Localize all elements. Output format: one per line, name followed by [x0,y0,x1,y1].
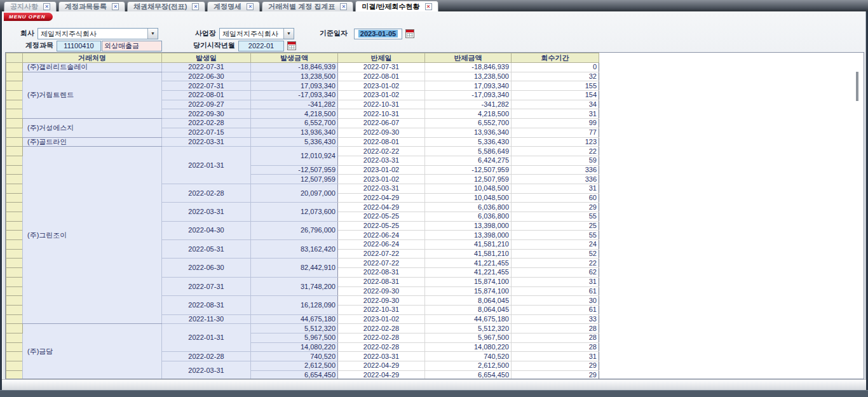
tab-close-icon[interactable]: ✕ [43,3,50,10]
occur-amount-cell[interactable]: 13,936,340 [251,128,338,137]
tab-close-icon[interactable]: ✕ [425,3,432,10]
collection-days-cell[interactable]: 55 [512,212,599,222]
chevron-down-icon[interactable]: ▼ [283,29,294,39]
repay-date-cell[interactable]: 2022-06-07 [338,119,425,128]
occur-date-cell[interactable]: 2022-03-31 [162,203,251,221]
occur-date-cell[interactable]: 2022-02-28 [162,352,251,361]
occur-amount-cell[interactable]: 12,010,924 [251,147,338,165]
repay-date-cell[interactable]: 2023-01-02 [338,175,425,184]
collection-days-cell[interactable]: 336 [512,175,599,184]
row-selector-cell[interactable] [6,286,23,296]
repay-date-cell[interactable]: 2022-06-24 [338,240,425,250]
customer-name-cell[interactable]: (주)거림트렌드 [23,72,162,118]
repay-date-cell[interactable]: 2022-09-30 [338,128,425,137]
customer-name-cell[interactable]: (주)금담 [23,324,162,379]
repay-date-cell[interactable]: 2023-01-02 [338,165,425,175]
collection-days-cell[interactable]: 31 [512,109,599,119]
row-selector-cell[interactable] [6,128,23,137]
repay-date-cell[interactable]: 2022-04-29 [338,361,425,371]
occur-date-cell[interactable]: 2022-03-31 [162,361,251,380]
collection-days-cell[interactable]: 30 [512,296,599,306]
occur-date-cell[interactable]: 2022-01-31 [162,147,251,184]
repay-amount-cell[interactable]: 14,080,220 [425,342,512,352]
repay-amount-cell[interactable]: -12,507,959 [425,165,512,175]
collection-days-cell[interactable]: 25 [512,221,599,231]
tab-2[interactable]: 계정과목등록✕ [58,1,125,11]
repay-date-cell[interactable]: 2022-04-29 [338,370,425,379]
tab-close-icon[interactable]: ✕ [247,3,254,10]
row-selector-cell[interactable] [6,165,23,175]
occur-amount-cell[interactable]: 5,336,430 [251,137,338,147]
row-selector-cell[interactable] [6,240,23,250]
repay-amount-cell[interactable]: 740,520 [425,352,512,361]
collection-days-cell[interactable]: 28 [512,324,599,333]
repay-date-cell[interactable]: 2022-04-29 [338,193,425,203]
repay-amount-cell[interactable]: 8,064,045 [425,296,512,306]
customer-name-cell[interactable]: (주)거성에스지 [23,119,162,137]
occur-amount-cell[interactable]: -12,507,959 [251,165,338,175]
row-selector-cell[interactable] [6,324,23,333]
repay-date-cell[interactable]: 2022-10-31 [338,100,425,109]
repay-date-cell[interactable]: 2022-03-31 [338,156,425,165]
collection-days-cell[interactable]: 336 [512,165,599,175]
occur-amount-cell[interactable]: 4,218,500 [251,109,338,119]
repay-date-cell[interactable]: 2023-01-02 [338,91,425,100]
collection-days-cell[interactable]: 31 [512,277,599,286]
calendar-icon[interactable] [405,29,414,38]
collection-days-cell[interactable]: 52 [512,249,599,259]
repay-date-cell[interactable]: 2022-08-31 [338,277,425,286]
collection-days-cell[interactable]: 61 [512,286,599,296]
collection-days-cell[interactable]: 32 [512,72,599,81]
collection-days-cell[interactable]: 29 [512,203,599,212]
repay-amount-cell[interactable]: 44,675,180 [425,314,512,324]
repay-amount-cell[interactable]: -18,846,939 [425,63,512,72]
site-select[interactable]: 제일저지주식회사 ▼ [219,28,294,39]
tab-close-icon[interactable]: ✕ [112,3,119,10]
occur-amount-cell[interactable]: 12,507,959 [251,175,338,184]
company-select[interactable]: 제일저지주식회사 ▼ [37,28,158,39]
occur-amount-cell[interactable]: 14,080,220 [251,342,338,352]
collection-days-cell[interactable]: 59 [512,156,599,165]
occur-amount-cell[interactable]: 16,128,090 [251,296,338,314]
tab-close-icon[interactable]: ✕ [340,3,347,10]
occur-date-cell[interactable]: 2022-07-31 [162,277,251,295]
occur-amount-cell[interactable]: 5,967,500 [251,333,338,342]
row-selector-cell[interactable] [6,72,23,81]
repay-date-cell[interactable]: 2022-07-22 [338,259,425,268]
repay-amount-cell[interactable]: 15,874,100 [425,286,512,296]
row-selector-cell[interactable] [6,361,23,371]
repay-date-cell[interactable]: 2022-07-22 [338,249,425,259]
occur-date-cell[interactable]: 2022-11-30 [162,314,251,324]
row-selector-cell[interactable] [6,221,23,231]
repay-amount-cell[interactable]: 5,586,649 [425,147,512,156]
customer-name-cell[interactable]: (주)그린조이 [23,147,162,324]
repay-date-cell[interactable]: 2023-01-02 [338,81,425,91]
occur-amount-cell[interactable]: -341,282 [251,100,338,109]
customer-name-cell[interactable]: (주)골드라인 [23,137,162,147]
occur-amount-cell[interactable]: 82,442,910 [251,259,338,277]
repay-date-cell[interactable]: 2022-03-31 [338,352,425,361]
row-selector-cell[interactable] [6,296,23,306]
repay-date-cell[interactable]: 2022-10-31 [338,109,425,119]
occur-amount-cell[interactable]: -18,846,939 [251,63,338,72]
occur-date-cell[interactable]: 2022-06-30 [162,259,251,277]
occur-amount-cell[interactable]: 5,512,320 [251,324,338,333]
vertical-scrollbar-thumb[interactable] [856,72,858,101]
occur-date-cell[interactable]: 2022-06-30 [162,72,251,81]
repay-date-cell[interactable]: 2022-02-28 [338,342,425,352]
row-selector-cell[interactable] [6,203,23,212]
tab-5[interactable]: 거래처별 계정 집계표✕ [262,1,353,11]
repay-amount-cell[interactable]: 5,336,430 [425,137,512,147]
collection-days-cell[interactable]: 28 [512,333,599,342]
occur-date-cell[interactable]: 2022-04-30 [162,221,251,239]
row-selector-cell[interactable] [6,175,23,184]
occur-date-cell[interactable]: 2022-08-01 [162,91,251,100]
row-selector-cell[interactable] [6,231,23,240]
row-selector-cell[interactable] [6,156,23,165]
collection-days-cell[interactable]: 0 [512,63,599,72]
row-selector-cell[interactable] [6,259,23,268]
row-selector-cell[interactable] [6,268,23,278]
tab-4[interactable]: 계정명세✕ [207,1,260,11]
occur-amount-cell[interactable]: 31,748,200 [251,277,338,295]
occur-amount-cell[interactable]: 6,654,450 [251,370,338,379]
